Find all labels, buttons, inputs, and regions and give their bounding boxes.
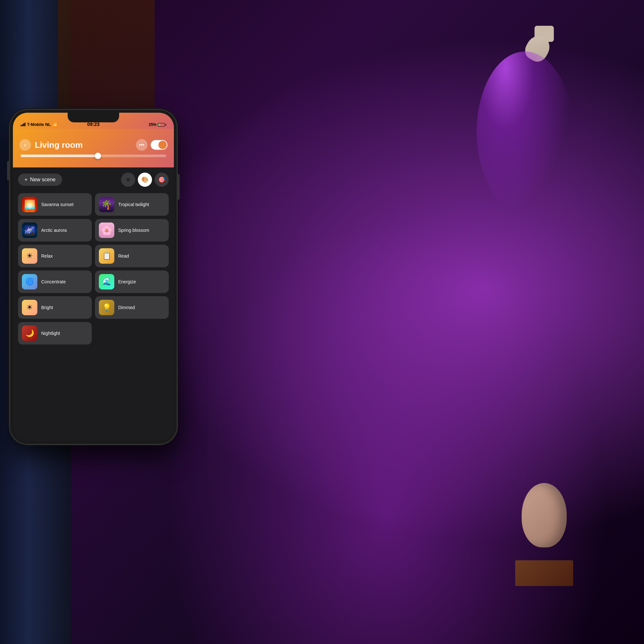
signal-bar-4 xyxy=(24,123,25,126)
wifi-icon: 📶 xyxy=(52,122,57,127)
brightness-slider[interactable] xyxy=(21,155,166,157)
palette-icon: 🎨 xyxy=(141,176,148,183)
room-toggle[interactable] xyxy=(151,140,167,150)
brightness-fill xyxy=(21,155,101,157)
scene-icon-dimmed: 💡 xyxy=(99,300,114,315)
scene-icon-read: 📋 xyxy=(99,248,114,264)
scene-icon-bright: ☀ xyxy=(22,300,37,315)
content-area: + New scene ≡ 🎨 🎯 xyxy=(13,167,174,441)
signal-bar-1 xyxy=(21,125,22,126)
scene-icon-relax: ☀ xyxy=(22,248,37,264)
signal-bar-2 xyxy=(22,124,23,126)
phone-frame: T-Mobile NL 📶 09:23 25% xyxy=(10,109,177,444)
header-top: ‹ Living room ••• xyxy=(19,139,167,151)
scene-item-tropical-twilight[interactable]: Tropical twilight xyxy=(95,193,169,216)
wall-lamp xyxy=(515,19,554,84)
back-icon: ‹ xyxy=(24,142,26,148)
battery-indicator xyxy=(158,123,166,127)
battery-tip xyxy=(166,124,166,126)
new-scene-button[interactable]: + New scene xyxy=(18,174,62,186)
scene-icon-arctic xyxy=(22,223,37,238)
scene-item-energize[interactable]: 🌊 Energize xyxy=(95,270,169,293)
more-button[interactable]: ••• xyxy=(136,139,147,151)
new-scene-label: New scene xyxy=(30,177,55,183)
brightness-thumb[interactable] xyxy=(95,153,101,159)
scene-item-bright[interactable]: ☀ Bright xyxy=(18,296,92,319)
scene-icon-spring xyxy=(99,223,114,238)
scene-label-bright: Bright xyxy=(41,305,53,310)
app-header: ‹ Living room ••• xyxy=(13,129,174,167)
scene-label-spring: Spring blossom xyxy=(118,228,149,233)
back-button[interactable]: ‹ xyxy=(19,139,31,151)
scene-item-nightlight[interactable]: 🌙 Nightlight xyxy=(18,322,92,345)
battery-fill xyxy=(158,124,160,126)
scene-icon-tropical xyxy=(99,197,114,212)
status-bar-right: 25% xyxy=(149,122,166,127)
notch xyxy=(68,113,119,122)
scene-item-concentrate[interactable]: 🌀 Concentrate xyxy=(18,270,92,293)
scene-item-spring-blossom[interactable]: Spring blossom xyxy=(95,219,169,241)
scene-label-dimmed: Dimmed xyxy=(118,305,135,310)
plus-icon: + xyxy=(24,177,27,183)
scene-label-arctic: Arctic aurora xyxy=(41,228,67,233)
lamp-glow xyxy=(477,52,573,213)
scene-item-dimmed[interactable]: 💡 Dimmed xyxy=(95,296,169,319)
scene-label-nightlight: Nightlight xyxy=(41,331,60,336)
toggle-knob xyxy=(158,141,167,149)
carrier-label: T-Mobile NL xyxy=(27,122,51,127)
sculpture xyxy=(515,483,573,586)
scene-label-concentrate: Concentrate xyxy=(41,279,66,284)
view-controls: ≡ 🎨 🎯 xyxy=(121,173,169,187)
signal-bars xyxy=(21,123,25,126)
scene-label-read: Read xyxy=(118,253,129,259)
sculpture-base xyxy=(515,560,573,586)
phone-wrapper: T-Mobile NL 📶 09:23 25% xyxy=(10,109,177,638)
list-view-button[interactable]: ≡ xyxy=(121,173,135,187)
battery-percent: 25% xyxy=(149,122,156,127)
scene-label-energize: Energize xyxy=(118,279,136,284)
status-bar-left: T-Mobile NL 📶 xyxy=(21,122,57,127)
room-title: Living room xyxy=(35,140,136,150)
scene-controls: + New scene ≡ 🎨 🎯 xyxy=(18,173,169,187)
scene-label-savanna: Savanna sunset xyxy=(41,202,73,207)
scene-icon-savanna xyxy=(22,197,37,212)
color-wheel-button[interactable]: 🎯 xyxy=(155,173,169,187)
scene-icon-concentrate: 🌀 xyxy=(22,274,37,289)
scene-item-arctic-aurora[interactable]: Arctic aurora xyxy=(18,219,92,241)
scene-icon-nightlight: 🌙 xyxy=(22,326,37,341)
scene-icon-energize: 🌊 xyxy=(99,274,114,289)
sculpture-head xyxy=(522,483,567,547)
color-wheel-icon: 🎯 xyxy=(158,176,165,183)
scene-grid: Savanna sunset Tropical twilight Arctic … xyxy=(18,193,169,345)
savanna-image xyxy=(22,197,37,212)
scene-item-relax[interactable]: ☀ Relax xyxy=(18,245,92,267)
scene-item-read[interactable]: 📋 Read xyxy=(95,245,169,267)
scene-item-savanna-sunset[interactable]: Savanna sunset xyxy=(18,193,92,216)
arctic-image xyxy=(22,223,37,238)
palette-view-button[interactable]: 🎨 xyxy=(138,173,152,187)
signal-bar-3 xyxy=(23,123,24,126)
battery-body xyxy=(158,123,165,127)
scene-label-tropical: Tropical twilight xyxy=(118,202,149,207)
tropical-image xyxy=(99,197,114,212)
phone-screen: T-Mobile NL 📶 09:23 25% xyxy=(13,113,174,441)
more-icon: ••• xyxy=(139,142,145,148)
scene-label-relax: Relax xyxy=(41,253,53,259)
spring-image xyxy=(99,223,114,238)
list-icon: ≡ xyxy=(127,176,130,183)
